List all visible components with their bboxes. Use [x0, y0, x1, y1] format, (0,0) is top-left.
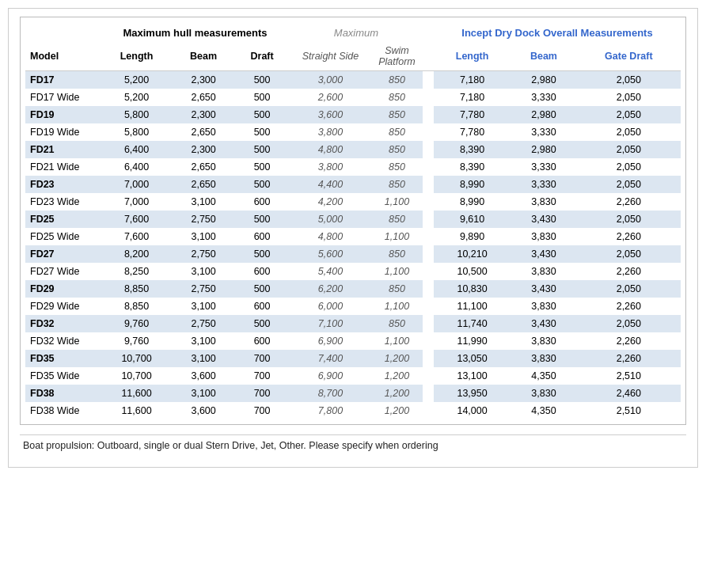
data-cell: 850	[371, 211, 423, 228]
data-cell: 1,100	[371, 228, 423, 245]
data-cell: 850	[371, 89, 423, 106]
data-cell: 8,200	[101, 245, 173, 263]
data-cell: 850	[371, 245, 423, 263]
table-row: FD32 Wide9,7603,1006006,9001,10011,9903,…	[25, 332, 681, 350]
col-incept-beam: Beam	[511, 42, 576, 71]
table-row: FD298,8502,7505006,20085010,8303,4302,05…	[25, 280, 681, 298]
max-italic-header: Maximum	[290, 24, 423, 42]
data-cell: 850	[371, 123, 423, 141]
incept-data-cell: 3,830	[511, 350, 576, 367]
data-cell: 4,400	[290, 176, 371, 193]
incept-data-cell: 3,830	[511, 193, 576, 211]
incept-data-cell: 2,050	[577, 158, 681, 176]
data-cell: 5,200	[101, 71, 173, 89]
data-cell: 5,800	[101, 106, 173, 123]
table-row: FD27 Wide8,2503,1006005,4001,10010,5003,…	[25, 263, 681, 280]
incept-data-cell: 2,050	[577, 71, 681, 89]
incept-data-cell: 11,740	[434, 315, 511, 332]
incept-data-cell: 7,780	[434, 123, 511, 141]
data-cell: 4,800	[290, 141, 371, 158]
data-cell: 500	[234, 245, 290, 263]
data-cell: 8,700	[290, 385, 371, 402]
data-cell: 500	[234, 315, 290, 332]
divider-cell	[423, 245, 434, 263]
model-cell: FD19	[25, 106, 101, 123]
model-cell: FD27	[25, 245, 101, 263]
data-cell: 1,200	[371, 350, 423, 367]
data-cell: 7,600	[101, 228, 173, 245]
divider-cell	[423, 350, 434, 367]
table-row: FD3510,7003,1007007,4001,20013,0503,8302…	[25, 350, 681, 367]
incept-data-cell: 7,180	[434, 71, 511, 89]
main-table: Maximum hull measurements Maximum Incept…	[25, 24, 681, 419]
incept-data-cell: 3,430	[511, 211, 576, 228]
data-cell: 8,250	[101, 263, 173, 280]
incept-data-cell: 2,260	[577, 263, 681, 280]
col-straight-side: Straight Side	[290, 42, 371, 71]
data-cell: 600	[234, 228, 290, 245]
data-cell: 2,600	[290, 89, 371, 106]
data-cell: 500	[234, 141, 290, 158]
table-row: FD175,2002,3005003,0008507,1802,9802,050	[25, 71, 681, 89]
incept-data-cell: 2,980	[511, 141, 576, 158]
data-cell: 600	[234, 298, 290, 315]
incept-data-cell: 2,260	[577, 193, 681, 211]
data-cell: 600	[234, 193, 290, 211]
data-cell: 600	[234, 332, 290, 350]
data-cell: 500	[234, 89, 290, 106]
model-cell: FD29 Wide	[25, 298, 101, 315]
model-cell: FD21	[25, 141, 101, 158]
incept-data-cell: 3,830	[511, 385, 576, 402]
divider-cell	[423, 158, 434, 176]
data-cell: 8,850	[101, 280, 173, 298]
divider-cell	[423, 123, 434, 141]
data-cell: 3,100	[173, 298, 234, 315]
data-cell: 1,200	[371, 367, 423, 385]
model-cell: FD21 Wide	[25, 158, 101, 176]
data-cell: 5,400	[290, 263, 371, 280]
table-row: FD237,0002,6505004,4008508,9903,3302,050	[25, 176, 681, 193]
table-wrapper: Maximum hull measurements Maximum Incept…	[20, 17, 686, 425]
incept-data-cell: 3,430	[511, 280, 576, 298]
data-cell: 7,800	[290, 402, 371, 419]
table-body: FD175,2002,3005003,0008507,1802,9802,050…	[25, 71, 681, 420]
data-cell: 850	[371, 158, 423, 176]
data-cell: 850	[371, 71, 423, 89]
col-model: Model	[25, 42, 101, 71]
max-hull-header: Maximum hull measurements	[101, 24, 290, 42]
data-cell: 6,400	[101, 158, 173, 176]
incept-data-cell: 2,510	[577, 402, 681, 419]
col-header-row: Model Length Beam Draft Straight Side Sw…	[25, 42, 681, 71]
data-cell: 8,850	[101, 298, 173, 315]
incept-data-cell: 8,390	[434, 158, 511, 176]
data-cell: 5,200	[101, 89, 173, 106]
data-cell: 500	[234, 106, 290, 123]
data-cell: 500	[234, 211, 290, 228]
page-container: Maximum hull measurements Maximum Incept…	[8, 8, 698, 468]
divider-cell	[423, 298, 434, 315]
data-cell: 1,100	[371, 193, 423, 211]
data-cell: 1,100	[371, 263, 423, 280]
incept-data-cell: 3,430	[511, 245, 576, 263]
incept-data-cell: 8,990	[434, 176, 511, 193]
data-cell: 3,100	[173, 228, 234, 245]
model-cell: FD25	[25, 211, 101, 228]
model-cell: FD23 Wide	[25, 193, 101, 211]
data-cell: 850	[371, 176, 423, 193]
data-cell: 2,650	[173, 176, 234, 193]
model-cell: FD38 Wide	[25, 402, 101, 419]
data-cell: 5,800	[101, 123, 173, 141]
data-cell: 11,600	[101, 402, 173, 419]
data-cell: 500	[234, 123, 290, 141]
divider-cell	[423, 89, 434, 106]
table-row: FD278,2002,7505005,60085010,2103,4302,05…	[25, 245, 681, 263]
col-swim-platform: Swim Platform	[371, 42, 423, 71]
data-cell: 6,900	[290, 367, 371, 385]
incept-data-cell: 14,000	[434, 402, 511, 419]
data-cell: 3,100	[173, 332, 234, 350]
data-cell: 3,600	[173, 402, 234, 419]
table-row: FD17 Wide5,2002,6505002,6008507,1803,330…	[25, 89, 681, 106]
model-group-header	[25, 24, 101, 42]
col-beam: Beam	[173, 42, 234, 71]
incept-data-cell: 10,830	[434, 280, 511, 298]
